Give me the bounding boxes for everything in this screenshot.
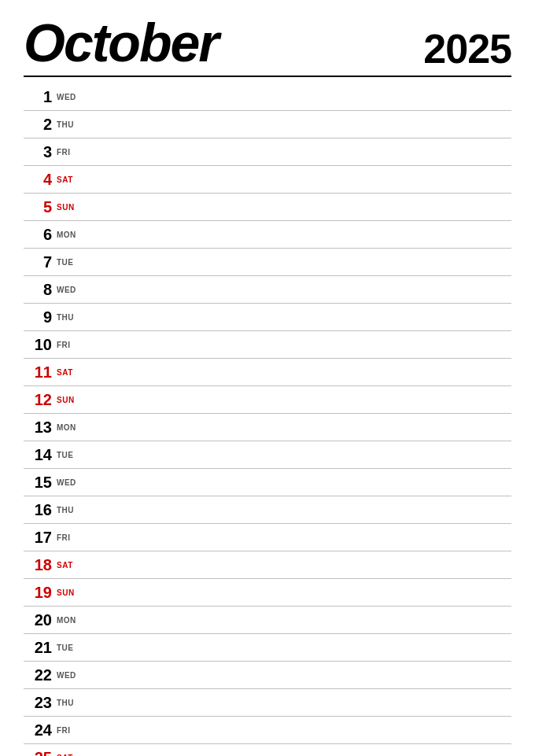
day-row: 10FRI — [24, 331, 511, 359]
day-number: 3 — [24, 143, 52, 161]
day-row: 12SUN — [24, 386, 511, 414]
day-name: THU — [57, 699, 80, 707]
day-number: 2 — [24, 116, 52, 134]
day-name: TUE — [57, 451, 80, 459]
day-name: SAT — [57, 368, 80, 377]
day-row: 3FRI — [24, 138, 511, 166]
day-name: FRI — [57, 726, 80, 735]
day-row: 20MON — [24, 607, 511, 634]
day-number: 14 — [24, 446, 52, 464]
day-number: 13 — [24, 419, 52, 437]
day-number: 8 — [24, 281, 52, 299]
day-row: 11SAT — [24, 359, 511, 386]
day-row: 13MON — [24, 414, 511, 441]
day-number: 1 — [24, 88, 52, 106]
day-number: 17 — [24, 529, 52, 547]
day-name: WED — [57, 286, 80, 294]
calendar-header: October 2025 — [24, 16, 511, 77]
day-name: SAT — [57, 561, 80, 570]
day-name: FRI — [57, 148, 80, 157]
day-number: 15 — [24, 474, 52, 492]
day-number: 16 — [24, 501, 52, 519]
day-name: WED — [57, 93, 80, 101]
day-number: 6 — [24, 226, 52, 244]
calendar-rows: 1WED2THU3FRI4SAT5SUN6MON7TUE8WED9THU10FR… — [24, 83, 511, 756]
day-number: 22 — [24, 666, 52, 684]
day-number: 25 — [24, 749, 52, 756]
day-number: 20 — [24, 611, 52, 629]
day-name: FRI — [57, 533, 80, 542]
day-row: 18SAT — [24, 551, 511, 579]
day-name: FRI — [57, 341, 80, 349]
day-row: 19SUN — [24, 579, 511, 607]
day-row: 23THU — [24, 689, 511, 717]
day-name: SAT — [57, 175, 80, 184]
day-row: 1WED — [24, 83, 511, 111]
day-row: 5SUN — [24, 194, 511, 221]
day-number: 12 — [24, 391, 52, 409]
day-row: 2THU — [24, 111, 511, 138]
day-name: THU — [57, 313, 80, 322]
day-name: TUE — [57, 644, 80, 652]
day-row: 15WED — [24, 469, 511, 496]
day-name: MON — [57, 230, 80, 239]
day-row: 7TUE — [24, 249, 511, 276]
day-name: SUN — [57, 588, 80, 597]
day-number: 7 — [24, 253, 52, 271]
day-row: 24FRI — [24, 717, 511, 744]
day-row: 9THU — [24, 304, 511, 331]
day-number: 21 — [24, 639, 52, 657]
day-name: TUE — [57, 258, 80, 267]
day-number: 11 — [24, 363, 52, 382]
day-number: 9 — [24, 308, 52, 326]
day-name: THU — [57, 120, 80, 129]
day-name: SUN — [57, 203, 80, 212]
day-name: THU — [57, 506, 80, 514]
day-number: 23 — [24, 694, 52, 712]
day-row: 16THU — [24, 496, 511, 524]
day-row: 8WED — [24, 276, 511, 304]
day-number: 10 — [24, 336, 52, 354]
month-title: October — [24, 16, 218, 69]
day-number: 5 — [24, 198, 52, 216]
day-name: MON — [57, 423, 80, 432]
day-number: 24 — [24, 721, 52, 739]
day-name: WED — [57, 671, 80, 680]
day-row: 17FRI — [24, 524, 511, 551]
day-row: 22WED — [24, 662, 511, 689]
day-name: MON — [57, 616, 80, 625]
day-row: 25SAT — [24, 744, 511, 756]
day-name: SUN — [57, 396, 80, 404]
day-number: 4 — [24, 171, 52, 189]
day-row: 4SAT — [24, 166, 511, 194]
day-row: 14TUE — [24, 441, 511, 469]
day-name: WED — [57, 478, 80, 487]
day-row: 6MON — [24, 221, 511, 249]
day-row: 21TUE — [24, 634, 511, 662]
day-number: 18 — [24, 556, 52, 574]
day-number: 19 — [24, 584, 52, 602]
year-title: 2025 — [423, 28, 511, 69]
